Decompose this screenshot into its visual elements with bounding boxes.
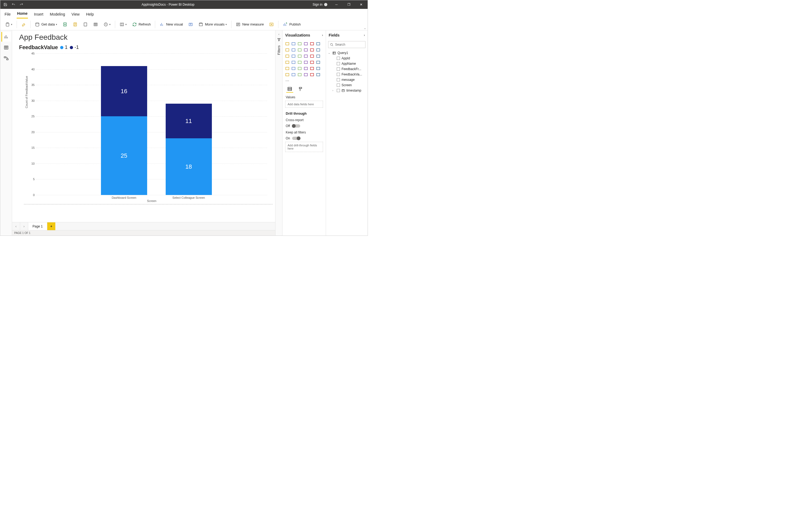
viz-type-button[interactable] — [303, 53, 308, 59]
viz-type-button[interactable] — [291, 72, 296, 77]
page-prev-button[interactable]: ‹ — [12, 222, 20, 230]
viz-type-button[interactable] — [291, 53, 296, 59]
field-node[interactable]: FeedbackVa... — [328, 72, 366, 77]
tab-modeling[interactable]: Modeling — [49, 10, 66, 19]
viz-type-button[interactable] — [285, 66, 290, 71]
add-page-button[interactable]: + — [47, 222, 55, 230]
viz-type-button[interactable] — [285, 41, 290, 46]
refresh-button[interactable]: Refresh — [130, 21, 153, 28]
viz-type-button[interactable] — [285, 53, 290, 59]
transform-data-button[interactable]: ▾ — [117, 21, 129, 28]
enter-data-button[interactable] — [91, 21, 100, 28]
viz-type-button[interactable] — [309, 41, 315, 46]
page-tab[interactable]: Page 1 — [28, 222, 47, 230]
page-next-button[interactable]: › — [20, 222, 28, 230]
new-visual-button[interactable]: New visual — [157, 21, 185, 28]
viz-type-button[interactable] — [316, 41, 321, 46]
viz-type-button[interactable] — [297, 60, 302, 65]
report-canvas[interactable]: App Feedback FeedbackValue 1 -1 Count of… — [12, 30, 275, 222]
viz-more-button[interactable]: ⋯ — [285, 78, 290, 84]
undo-icon[interactable] — [10, 1, 17, 8]
viz-type-button[interactable] — [297, 41, 302, 46]
save-icon[interactable] — [2, 1, 9, 8]
tab-home[interactable]: Home — [17, 9, 28, 19]
viz-type-button[interactable] — [316, 53, 321, 59]
ribbon-expand-icon[interactable]: ⌄ — [364, 27, 366, 29]
viz-type-button[interactable] — [291, 47, 296, 53]
close-button[interactable]: ✕ — [356, 0, 367, 9]
viz-type-button[interactable] — [285, 60, 290, 65]
page-tabs: ‹ › Page 1 + — [12, 222, 275, 230]
viz-type-button[interactable] — [297, 72, 302, 77]
model-view-button[interactable] — [1, 53, 11, 63]
bar-segment[interactable]: 11 — [166, 104, 212, 138]
maximize-button[interactable]: ❐ — [344, 0, 354, 9]
viz-type-button[interactable] — [303, 41, 308, 46]
viz-type-button[interactable] — [303, 60, 308, 65]
fields-well-button[interactable] — [286, 86, 293, 93]
paste-button[interactable]: ▾ — [3, 21, 15, 28]
viz-type-button[interactable] — [303, 72, 308, 77]
keep-filters-toggle[interactable] — [292, 137, 300, 140]
viz-type-button[interactable] — [291, 41, 296, 46]
new-measure-button[interactable]: New measure — [234, 21, 266, 28]
bar-segment[interactable]: 25 — [101, 116, 147, 195]
viz-type-button[interactable] — [297, 47, 302, 53]
viz-type-button[interactable] — [316, 47, 321, 53]
get-data-button[interactable]: Get data▾ — [33, 21, 59, 28]
drillthrough-well[interactable]: Add drill-through fields here — [285, 142, 323, 152]
viz-type-button[interactable] — [316, 66, 321, 71]
viz-type-button[interactable] — [309, 47, 315, 53]
bar-segment[interactable]: 16 — [101, 66, 147, 116]
tab-help[interactable]: Help — [85, 10, 94, 19]
report-view-button[interactable] — [1, 32, 11, 42]
viz-type-button[interactable] — [309, 72, 315, 77]
minimize-button[interactable]: ─ — [331, 0, 342, 9]
quick-measure-button[interactable] — [267, 21, 276, 28]
viz-type-button[interactable] — [316, 72, 321, 77]
tab-view[interactable]: View — [71, 10, 80, 19]
cross-report-toggle[interactable] — [292, 124, 300, 128]
viz-type-button[interactable] — [303, 66, 308, 71]
tab-insert[interactable]: Insert — [33, 10, 44, 19]
viz-type-button[interactable] — [297, 53, 302, 59]
viz-type-button[interactable] — [285, 47, 290, 53]
values-well[interactable]: Add data fields here — [285, 101, 323, 108]
field-node[interactable]: Screen — [328, 83, 366, 88]
table-node[interactable]: ⌄Query1 — [328, 50, 366, 55]
filters-pane-collapsed[interactable]: ‹ Filters — [275, 30, 282, 235]
field-node[interactable]: message — [328, 77, 366, 83]
svg-rect-27 — [286, 55, 289, 57]
field-node[interactable]: FeedbackFr... — [328, 66, 366, 72]
viz-type-button[interactable] — [285, 72, 290, 77]
sign-in-button[interactable]: Sign in — [310, 3, 329, 6]
format-painter-button[interactable] — [19, 21, 28, 28]
recent-sources-button[interactable]: ▾ — [101, 21, 113, 28]
field-node[interactable]: ›timestamp — [328, 88, 366, 93]
publish-button[interactable]: Publish — [281, 21, 303, 28]
fields-search-input[interactable]: Search — [328, 41, 366, 48]
chevron-right-icon[interactable]: › — [364, 33, 365, 37]
viz-type-button[interactable] — [316, 60, 321, 65]
bar-segment[interactable]: 18 — [166, 138, 212, 195]
excel-button[interactable] — [61, 21, 70, 28]
more-visuals-button[interactable]: More visuals▾ — [196, 21, 229, 28]
field-node[interactable]: AppName — [328, 61, 366, 66]
field-node[interactable]: AppId — [328, 55, 366, 61]
viz-type-button[interactable] — [303, 47, 308, 53]
viz-type-button[interactable] — [291, 60, 296, 65]
viz-type-button[interactable] — [309, 53, 315, 59]
pbi-datasets-button[interactable] — [71, 21, 80, 28]
redo-icon[interactable] — [18, 1, 25, 8]
text-box-button[interactable] — [186, 21, 195, 28]
format-button[interactable] — [297, 86, 304, 93]
viz-type-button[interactable] — [291, 66, 296, 71]
tab-file[interactable]: File — [4, 10, 11, 19]
data-view-button[interactable] — [1, 43, 11, 52]
viz-type-button[interactable] — [297, 66, 302, 71]
viz-type-button[interactable] — [309, 60, 315, 65]
svg-rect-21 — [286, 49, 289, 51]
viz-type-button[interactable] — [309, 66, 315, 71]
chevron-right-icon[interactable]: › — [322, 33, 323, 37]
sql-button[interactable] — [81, 21, 90, 28]
